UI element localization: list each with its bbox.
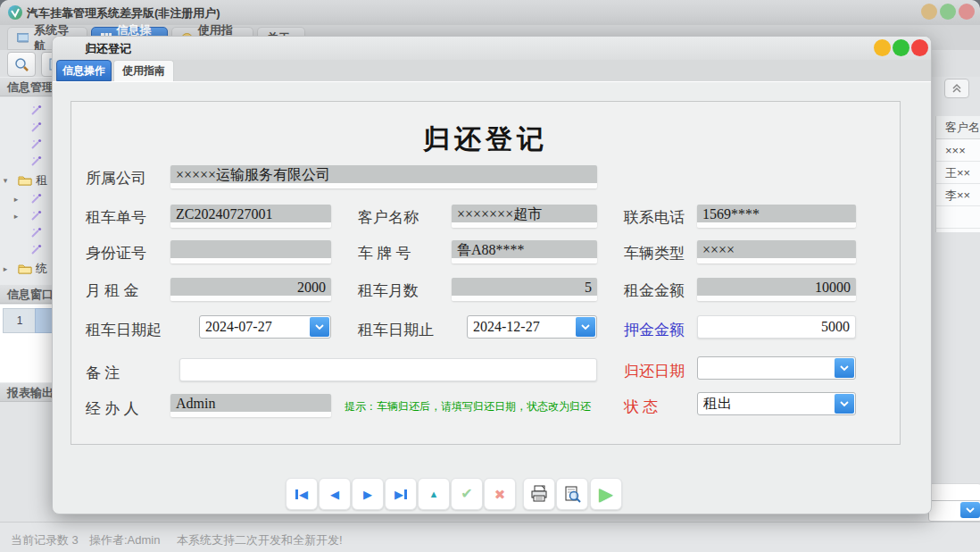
nav-last-button[interactable]: ▶ — [385, 478, 417, 510]
field-id-number — [170, 240, 331, 263]
main-titlebar[interactable]: 汽车挂靠管理系统差异版(非注册用户) — [0, 0, 980, 25]
background-combobox[interactable] — [928, 500, 980, 522]
print-preview-button[interactable] — [556, 478, 588, 510]
dialog-tabstrip: 信息操作 使用指南 — [53, 60, 931, 82]
expander-closed-icon[interactable]: ▸ — [0, 264, 11, 273]
prior-record-icon: ◀ — [330, 489, 339, 500]
nav-cancel-button[interactable]: ✖ — [484, 478, 516, 510]
status-record-count: 当前记录数 3 — [11, 532, 79, 548]
dialog-close-button[interactable] — [911, 39, 928, 56]
chevron-down-icon — [840, 401, 849, 407]
label-vehicle-type: 车辆类型 — [624, 243, 685, 263]
next-record-icon: ▶ — [363, 489, 372, 500]
chevron-down-icon — [315, 324, 324, 330]
customer-grid-row[interactable]: 王×× — [936, 162, 980, 184]
field-remark[interactable] — [179, 358, 597, 381]
date-from-picker[interactable]: 2024-07-27 — [199, 315, 331, 339]
dialog-tab-guide[interactable]: 使用指南 — [113, 60, 174, 81]
status-value: 租出 — [703, 394, 832, 414]
desktop: 汽车挂靠管理系统差异版(非注册用户) 系统导航 信息操作 ? 使用指南 关于 信… — [0, 0, 980, 552]
label-operator: 经 办 人 — [86, 398, 139, 419]
hint-text: 提示：车辆归还后，请填写归还日期，状态改为归还 — [345, 399, 618, 414]
dialog-titlebar[interactable]: 归还登记 — [53, 37, 931, 60]
label-id-number: 身份证号 — [86, 243, 146, 263]
last-record-icon — [404, 489, 407, 499]
main-window-title: 汽车挂靠管理系统差异版(非注册用户) — [27, 5, 220, 21]
monitor-icon — [17, 33, 29, 44]
maximize-button[interactable] — [940, 4, 956, 20]
double-chevron-up-icon — [951, 83, 962, 94]
field-plate-no: 鲁A88**** — [452, 240, 597, 263]
chevron-down-icon — [581, 324, 590, 330]
date-to-dropdown-button[interactable] — [576, 317, 595, 337]
dialog-tab-label: 使用指南 — [122, 63, 165, 79]
first-record-icon — [295, 489, 298, 499]
customer-grid-header: 客户名 — [936, 116, 980, 139]
customer-grid-row[interactable]: 李×× — [936, 184, 980, 206]
close-button[interactable] — [959, 4, 975, 20]
dialog-minimize-button[interactable] — [874, 39, 891, 56]
label-deposit: 押金金额 — [624, 320, 685, 340]
label-plate-no: 车 牌 号 — [358, 243, 411, 263]
customer-grid-row[interactable]: ××× — [936, 139, 980, 162]
nav-post-button[interactable]: ✔ — [451, 478, 483, 510]
field-operator: Admin — [170, 394, 331, 417]
field-rent-amount: 10000 — [697, 278, 856, 301]
customer-grid-row-empty[interactable] — [936, 206, 980, 229]
field-order-no: ZC20240727001 — [170, 205, 331, 228]
wand-icon — [30, 210, 42, 222]
wand-icon — [30, 227, 42, 238]
wand-icon — [30, 121, 42, 133]
label-company: 所属公司 — [86, 168, 146, 188]
grid-row-number[interactable]: 1 — [3, 308, 37, 333]
dialog-title: 归还登记 — [85, 41, 131, 57]
field-phone: 1569**** — [697, 205, 856, 228]
nav-next-button[interactable]: ▶ — [352, 478, 384, 510]
play-icon: ▶ — [599, 485, 612, 503]
edit-record-icon: ▲ — [429, 489, 439, 499]
return-registration-dialog: 归还登记 信息操作 使用指南 归还登记 所属公司 ×××××运输服务有限公司 租… — [52, 36, 932, 514]
status-operator: 操作者:Admin — [89, 532, 160, 548]
statusbar: 当前记录数 3 操作者:Admin 本系统支持二次开发和全新开发! — [0, 522, 980, 552]
dialog-tab-label: 信息操作 — [62, 63, 105, 79]
field-deposit[interactable]: 5000 — [697, 315, 856, 339]
return-date-picker[interactable] — [697, 356, 856, 380]
status-dropdown-button[interactable] — [835, 394, 854, 414]
label-status: 状 态 — [624, 397, 658, 417]
wand-icon — [30, 105, 42, 116]
label-customer: 客户名称 — [358, 207, 419, 228]
field-monthly-rent: 2000 — [170, 278, 331, 301]
print-button[interactable] — [523, 478, 555, 510]
search-button[interactable] — [7, 52, 36, 77]
status-select[interactable]: 租出 — [697, 392, 856, 415]
date-from-dropdown-button[interactable] — [310, 317, 329, 337]
label-monthly-rent: 月 租 金 — [86, 280, 139, 301]
chevron-down-icon — [966, 507, 975, 514]
folder-icon — [18, 263, 32, 274]
dialog-tab-info-ops[interactable]: 信息操作 — [56, 60, 112, 81]
label-phone: 联系电话 — [624, 207, 685, 228]
status-note: 本系统支持二次开发和全新开发! — [177, 532, 343, 548]
collapse-panel-button[interactable] — [944, 79, 969, 98]
date-from-value: 2024-07-27 — [205, 317, 307, 337]
date-to-picker[interactable]: 2024-12-27 — [467, 315, 597, 339]
nav-edit-button[interactable]: ▲ — [418, 478, 450, 510]
wand-icon — [30, 244, 42, 255]
nav-first-button[interactable]: ◀ — [286, 478, 318, 510]
label-remark: 备 注 — [86, 363, 120, 383]
tree-folder-label: 统 — [36, 261, 47, 277]
minimize-button[interactable] — [921, 4, 937, 20]
dialog-maximize-button[interactable] — [893, 39, 909, 56]
combo-dropdown-button[interactable] — [960, 502, 980, 518]
app-logo-icon — [7, 4, 23, 21]
magnifier-icon — [14, 57, 29, 71]
expander-open-icon[interactable]: ▾ — [0, 176, 11, 185]
expander-closed-icon[interactable]: ▸ — [11, 212, 21, 221]
tree-folder-label: 租 — [36, 172, 47, 188]
field-rent-months: 5 — [452, 278, 597, 301]
return-date-dropdown-button[interactable] — [835, 358, 854, 378]
nav-prior-button[interactable]: ◀ — [319, 478, 351, 510]
execute-button[interactable]: ▶ — [590, 478, 622, 510]
wand-icon — [30, 138, 42, 150]
expander-closed-icon[interactable]: ▸ — [11, 195, 21, 204]
